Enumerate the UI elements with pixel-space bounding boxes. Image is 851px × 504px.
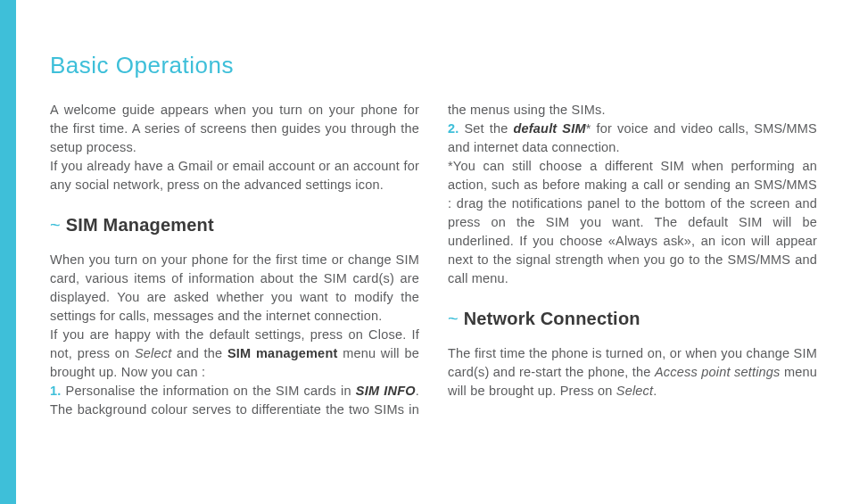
network-paragraph-1: The first time the phone is turned on, o…	[448, 344, 817, 401]
intro-paragraph-1: A welcome guide appears when you turn on…	[50, 101, 419, 157]
body-columns: A welcome guide appears when you turn on…	[50, 101, 817, 419]
text: .	[653, 384, 657, 398]
section-heading-sim: ~ SIM Management	[50, 212, 419, 238]
list-number-1: 1.	[50, 384, 62, 398]
intro-paragraph-2: If you already have a Gmail or email acc…	[50, 157, 419, 194]
tilde-icon: ~	[50, 215, 61, 235]
access-point-settings-label: Access point settings	[655, 365, 781, 379]
sim-note: *You can still choose a different SIM wh…	[448, 157, 817, 288]
sim-paragraph-2: If you are happy with the default settin…	[50, 326, 419, 382]
text: Personalise the information on the SIM c…	[62, 384, 356, 398]
section-heading-network: ~ Network Connection	[448, 306, 817, 332]
default-sim-label: default SIM	[513, 121, 585, 136]
sim-paragraph-1: When you turn on your phone for the firs…	[50, 251, 419, 326]
select-label: Select	[616, 384, 654, 398]
select-label: Select	[135, 346, 172, 360]
sim-management-label: SIM management	[227, 346, 337, 360]
text: Set the	[459, 121, 514, 136]
tilde-icon: ~	[448, 309, 459, 328]
text: and the	[171, 346, 227, 360]
section-heading-network-text: Network Connection	[464, 309, 640, 328]
list-number-2: 2.	[448, 121, 459, 136]
document-page: Basic Operations A welcome guide appears…	[16, 0, 851, 504]
page-title: Basic Operations	[50, 52, 817, 79]
accent-bar	[0, 0, 16, 504]
sim-list-item-2: 2. Set the default SIM* for voice and vi…	[448, 120, 817, 157]
sim-info-label: SIM INFO	[356, 384, 416, 398]
section-heading-sim-text: SIM Management	[66, 215, 214, 235]
